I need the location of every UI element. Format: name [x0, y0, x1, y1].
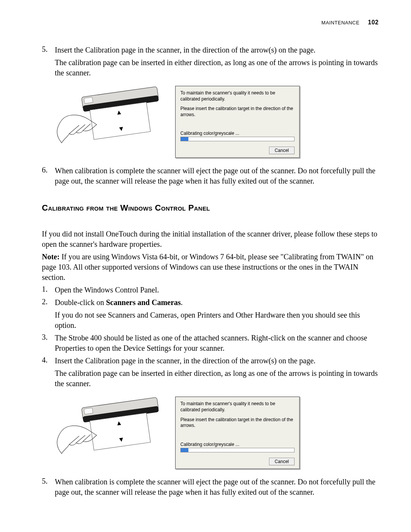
note-paragraph: Note: If you are using Windows Vista 64-… [42, 252, 379, 283]
dialog-message: Please insert the calibration target in … [180, 106, 295, 118]
header-page-number: 102 [368, 19, 379, 26]
dialog-message: Please insert the calibration target in … [180, 417, 295, 429]
calibration-dialog: To maintain the scanner's quality it nee… [175, 86, 300, 158]
svg-rect-2 [84, 97, 93, 104]
scanner-insert-illustration [55, 396, 165, 461]
list-item: 5. Insert the Calibration page in the sc… [42, 45, 379, 78]
svg-rect-8 [84, 408, 93, 414]
dialog-status-text: Calibrating color/greyscale ... [180, 131, 295, 136]
list-number: 1. [42, 285, 48, 294]
note-text: If you are using Windows Vista 64-bit, o… [42, 252, 373, 281]
list-number: 2. [42, 297, 48, 306]
list-text: If you do not see Scanners and Cameras, … [55, 310, 379, 331]
dialog-message: To maintain the scanner's quality it nee… [180, 90, 295, 102]
list-number: 4. [42, 356, 48, 364]
figure-row: To maintain the scanner's quality it nee… [55, 396, 379, 469]
scanner-insert-illustration [55, 86, 165, 150]
list-text: The Strobe 400 should be listed as one o… [55, 333, 379, 353]
body-paragraph: If you did not install OneTouch during t… [42, 229, 379, 249]
page-header: Maintenance 102 [42, 19, 379, 26]
list-text: The calibration page can be inserted in … [55, 368, 379, 389]
header-section-label: Maintenance [322, 20, 360, 26]
calibration-dialog: To maintain the scanner's quality it nee… [175, 396, 300, 469]
list-item: 1. Open the Windows Control Panel. [42, 285, 379, 295]
dialog-message: To maintain the scanner's quality it nee… [180, 401, 295, 413]
list-text: When calibration is complete the scanner… [55, 166, 379, 186]
list-number: 3. [42, 333, 48, 342]
list-text: Insert the Calibration page in the scann… [55, 45, 379, 55]
list-item: 2. Double-click on Scanners and Cameras.… [42, 297, 379, 331]
list-number: 5. [42, 45, 48, 54]
list-text: Open the Windows Control Panel. [55, 285, 379, 295]
list-number: 5. [42, 477, 48, 486]
hand-icon [57, 115, 97, 143]
list-item: 5. When calibration is complete the scan… [42, 477, 379, 497]
note-label: Note: [42, 252, 60, 261]
list-item: 3. The Strobe 400 should be listed as on… [42, 333, 379, 353]
list-text: Double-click on Scanners and Cameras. [55, 297, 379, 308]
figure-row: To maintain the scanner's quality it nee… [55, 86, 379, 158]
list-text: When calibration is complete the scanner… [55, 477, 379, 497]
cancel-button[interactable]: Cancel [269, 458, 295, 465]
list-text: Insert the Calibration page in the scann… [55, 356, 379, 366]
hand-icon [57, 426, 97, 454]
list-text: The calibration page can be inserted in … [55, 58, 379, 78]
cancel-button[interactable]: Cancel [269, 147, 295, 154]
document-page: Maintenance 102 5. Insert the Calibratio… [0, 0, 411, 522]
progress-bar [180, 137, 295, 141]
list-item: 6. When calibration is complete the scan… [42, 166, 379, 186]
progress-bar [180, 448, 295, 452]
dialog-status-text: Calibrating color/greyscale ... [180, 442, 295, 447]
list-number: 6. [42, 166, 48, 174]
section-heading: Calibrating from the Windows Control Pan… [42, 203, 379, 213]
list-item: 4. Insert the Calibration page in the sc… [42, 356, 379, 389]
